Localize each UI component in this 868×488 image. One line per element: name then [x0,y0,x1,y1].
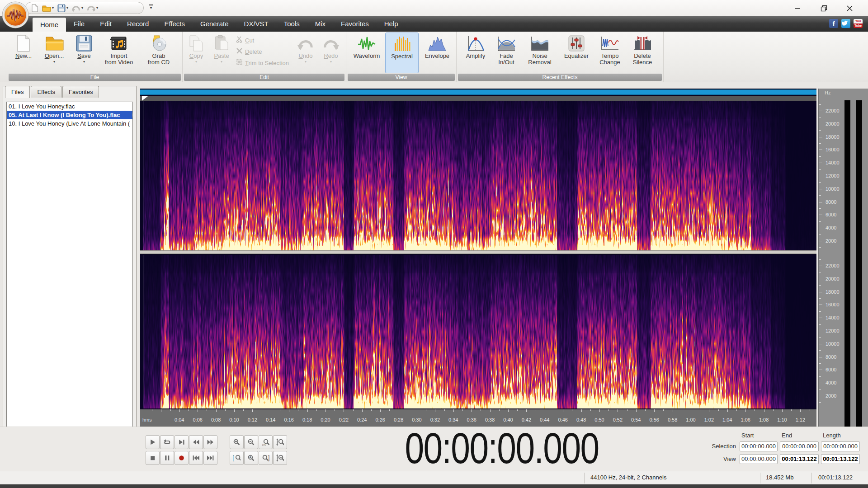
panel-tab-effects[interactable]: Effects [31,86,61,98]
save-dropdown-icon[interactable]: ▾ [83,60,85,64]
facebook-icon[interactable]: f [829,19,838,28]
panel-tab-files[interactable]: Files [5,86,30,98]
import-from-video-button[interactable]: Import from Video [99,33,138,73]
selection-start-field[interactable]: 00:00:00.000 [740,441,778,451]
stop-icon [149,454,156,462]
zoom-out-button[interactable] [244,435,258,449]
customize-quick-access-button[interactable]: ▾ [147,4,155,12]
grab-from-cd-button[interactable]: Grab from CD [141,33,176,73]
noise-removal-button[interactable]: Noise Removal [522,33,558,73]
selection-length-field[interactable]: 00:00:00.000 [821,441,860,451]
zoom-vertical-out-button[interactable] [273,451,287,465]
tab-home[interactable]: Home [33,18,66,32]
maximize-button[interactable] [817,3,831,14]
record-button[interactable] [175,451,189,465]
tab-record[interactable]: Record [119,16,156,32]
play-button[interactable] [146,435,160,449]
loop-button[interactable] [160,435,174,449]
file-list[interactable]: 01. I Love You Honey.flac05. At Last I K… [6,102,133,453]
channel-divider[interactable] [140,250,816,254]
spectrogram-channel-2[interactable] [140,255,816,408]
twitter-icon[interactable] [841,19,850,28]
undo-button[interactable]: Undo ▾ [294,33,317,73]
redo-dropdown-icon[interactable]: ▾ [96,6,98,10]
ruler-tick [252,409,253,412]
frequency-tick [819,350,821,351]
envelope-view-button[interactable]: Envelope [420,33,454,73]
tab-favorites[interactable]: Favorites [333,16,377,32]
view-end-field[interactable]: 00:01:13.122 [780,454,819,464]
quick-undo-button[interactable]: ▾ [71,3,84,13]
file-list-item[interactable]: 05. At Last I Know (I Belong To You).fla… [7,111,132,119]
redo-button[interactable]: Redo ▾ [319,33,343,73]
tab-help[interactable]: Help [377,16,406,32]
pause-button[interactable] [160,451,174,465]
minimize-button[interactable] [791,3,805,14]
ribbon-group-label-file: File [9,74,181,81]
equalizer-button[interactable]: Equalizer [560,33,593,73]
tab-effects[interactable]: Effects [156,16,193,32]
open-button[interactable]: Open... ▾ [40,33,69,73]
quick-save-button[interactable]: ▾ [57,3,69,13]
zoom-in-button[interactable] [230,435,244,449]
rewind-button[interactable] [189,435,203,449]
delete-silence-button[interactable]: Delete Silence [627,33,657,73]
stop-button[interactable] [146,451,160,465]
file-list-item[interactable]: 10. I Love You Honey (Live At Lone Mount… [7,119,132,128]
app-logo-button[interactable] [1,1,29,31]
tab-file[interactable]: File [66,16,92,32]
open-dropdown-icon[interactable]: ▾ [52,6,54,10]
paste-button[interactable]: Paste ▾ [210,33,233,73]
playhead-marker-icon[interactable] [142,96,148,101]
tab-mix[interactable]: Mix [307,16,333,32]
quick-new-button[interactable] [30,3,39,13]
cut-button[interactable]: Cut [236,35,254,45]
save-button[interactable]: Save ▾ [71,33,97,73]
tab-edit[interactable]: Edit [92,16,119,32]
quick-redo-button[interactable]: ▾ [86,3,99,13]
view-length-field[interactable]: 00:01:13.122 [821,454,860,464]
youtube-icon[interactable]: You Tube [854,19,863,28]
file-list-item[interactable]: 01. I Love You Honey.flac [7,102,132,111]
open-folder-icon [45,34,64,53]
save-dropdown-icon[interactable]: ▾ [66,6,68,10]
spectral-view-button[interactable]: Spectral [385,33,419,73]
close-button[interactable] [843,3,856,14]
open-dropdown-icon[interactable]: ▾ [53,60,55,64]
copy-button[interactable]: Copy ▾ [184,33,208,73]
new-button[interactable]: New... [10,33,37,73]
play-to-cursor-icon [178,438,185,446]
zoom-100-button[interactable]: 100 [259,435,273,449]
ruler-time-label: 0:28 [392,417,406,422]
undo-dropdown-icon[interactable]: ▾ [81,6,83,10]
waveform-view-button[interactable]: Waveform [350,33,383,73]
selection-end-field[interactable]: 00:00:00.000 [780,441,819,451]
zoom-out-selection-button[interactable]: ] [259,451,273,465]
panel-tab-favorites[interactable]: Favorites [62,86,99,98]
position-bar[interactable] [140,96,816,101]
go-to-end-button[interactable] [203,451,217,465]
zoom-vertical-in-button[interactable] [273,435,287,449]
spectrogram-channel-1[interactable] [140,101,816,250]
view-start-field[interactable]: 00:00:00.000 [740,454,778,464]
navigator-bar[interactable] [140,89,816,95]
zoom-selection-button[interactable]: [ [230,451,244,465]
tab-generate[interactable]: Generate [193,16,236,32]
save-icon [75,34,93,53]
quick-open-button[interactable]: ▾ [41,3,55,13]
tab-dx-vst[interactable]: DX/VST [236,16,276,32]
trim-to-selection-button[interactable]: Trim to Selection [236,58,289,68]
tempo-change-button[interactable]: Tempo Change [595,33,625,73]
delete-button[interactable]: Delete [236,47,262,56]
fast-forward-button[interactable] [203,435,217,449]
status-divider [760,473,760,483]
frequency-tick [819,202,822,202]
twitter-bird-icon [841,19,850,28]
fade-in-out-button[interactable]: Fade In/Out [493,33,520,73]
zoom-in-center-button[interactable] [244,451,258,465]
tab-tools[interactable]: Tools [276,16,307,32]
play-to-cursor-button[interactable] [175,435,189,449]
ribbon-group-file: New... Open... ▾ Save ▾ [7,32,183,82]
amplify-button[interactable]: Amplify [461,33,490,73]
go-to-start-button[interactable] [189,451,203,465]
